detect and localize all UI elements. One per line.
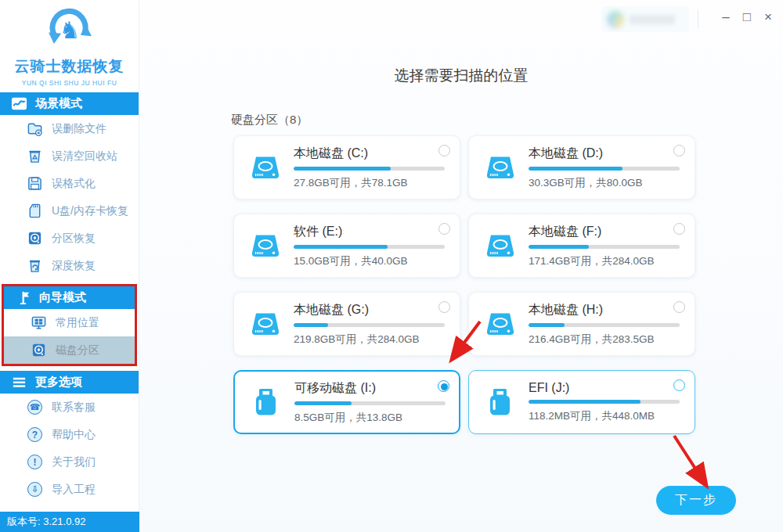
sidebar-section-highlighted: 向导模式常用位置磁盘分区 (2, 284, 137, 366)
file-delete-icon (27, 120, 43, 137)
disk-name: 本地磁盘 (H:) (529, 302, 680, 318)
sidebar-item[interactable]: 深度恢复 (0, 252, 139, 279)
sidebar-item[interactable]: ☎联系客服 (0, 394, 139, 421)
partition-icon (27, 230, 43, 246)
blurred-badge-icon (607, 11, 624, 28)
sidebar-section: 更多选项☎联系客服?帮助中心!关于我们⇩导入工程 (0, 371, 139, 503)
sidebar-section-header[interactable]: 更多选项 (0, 371, 139, 394)
sidebar-item-label: 分区恢复 (52, 232, 96, 246)
disk-card[interactable]: 可移动磁盘 (I:)8.5GB可用，共13.8GB (233, 370, 460, 434)
capacity-bar (294, 401, 446, 405)
sidebar-item-label: 误清空回收站 (52, 149, 117, 164)
disk-name: 本地磁盘 (F:) (529, 224, 680, 240)
disk-card[interactable]: 本地磁盘 (C:)27.8GB可用，共78.1GB (233, 135, 460, 200)
monitor-icon (31, 315, 47, 331)
disk-card[interactable]: 软件 (E:)15.0GB可用，共40.0GB (233, 214, 460, 278)
disk-card[interactable]: 本地磁盘 (D:)30.3GB可用，共80.0GB (468, 135, 695, 200)
version-bar: 版本号: 3.21.0.92 (0, 512, 139, 532)
disk-radio-button[interactable] (438, 301, 450, 313)
sidebar-item[interactable]: 常用位置 (4, 309, 135, 336)
maximize-button[interactable]: □ (743, 10, 751, 23)
capacity-bar (294, 167, 445, 171)
deep-recovery-icon (27, 257, 43, 274)
close-button[interactable]: × (764, 10, 772, 23)
section-header-label: 向导模式 (39, 290, 86, 305)
disk-capacity-text: 219.8GB可用，共284.0GB (294, 332, 445, 347)
next-step-button[interactable]: 下一步 (656, 486, 736, 515)
sidebar-item[interactable]: 误格式化 (0, 170, 139, 197)
usb-icon (249, 385, 283, 419)
flag-icon (15, 289, 31, 306)
capacity-bar (294, 323, 445, 327)
usb-icon (483, 385, 518, 419)
disk-capacity-text: 30.3GB可用，共80.0GB (529, 176, 680, 190)
disk-capacity-text: 8.5GB可用，共13.8GB (294, 411, 446, 425)
disk-name: EFI (J:) (529, 381, 680, 395)
disk-partition-icon (31, 342, 47, 358)
disk-capacity-text: 216.4GB可用，共283.5GB (529, 332, 680, 347)
sidebar-item-label: 误格式化 (52, 177, 96, 191)
sidebar-item[interactable]: 分区恢复 (0, 225, 139, 252)
sidebar-item[interactable]: 误删除文件 (0, 115, 139, 142)
disk-card-body: 可移动磁盘 (I:)8.5GB可用，共13.8GB (294, 380, 477, 425)
sidebar-item-label: 磁盘分区 (56, 343, 99, 358)
window-controls: – □ × (722, 10, 772, 23)
sidebar: ♞ 云骑士数据恢复 YUN QI SHI SHU JU HUI FU 场景模式误… (0, 0, 139, 532)
disk-card[interactable]: EFI (J:)118.2MB可用，共448.0MB (468, 370, 695, 434)
sidebar-item[interactable]: U盘/内存卡恢复 (0, 197, 139, 225)
recycle-empty-icon (27, 148, 43, 164)
format-icon (27, 175, 43, 192)
main-panel: – □ × 选择需要扫描的位置 硬盘分区（8） 本地磁盘 (C:)27.8GB可… (139, 0, 783, 532)
section-header-label: 场景模式 (35, 96, 82, 111)
titlebar-divider (698, 9, 698, 28)
disk-radio-button[interactable] (673, 301, 685, 313)
sidebar-item[interactable]: 磁盘分区 (4, 336, 135, 364)
phone-icon: ☎ (27, 399, 43, 415)
disk-card[interactable]: 本地磁盘 (G:)219.8GB可用，共284.0GB (233, 292, 460, 356)
disk-capacity-text: 15.0GB可用，共40.0GB (294, 254, 445, 268)
sidebar-item[interactable]: ⇩导入工程 (0, 476, 139, 503)
sidebar-item[interactable]: !关于我们 (0, 448, 139, 476)
sidebar-item[interactable]: ?帮助中心 (0, 421, 139, 448)
hdd-icon (483, 228, 518, 263)
usb-card-icon (27, 203, 43, 219)
disk-name: 软件 (E:) (294, 224, 445, 240)
disk-radio-button[interactable] (438, 380, 449, 392)
hdd-icon (248, 228, 283, 263)
sidebar-section-header[interactable]: 向导模式 (4, 286, 135, 309)
sidebar-item-label: 联系客服 (52, 401, 96, 415)
disk-capacity-text: 171.4GB可用，共284.0GB (529, 254, 680, 268)
sidebar-item-label: 关于我们 (52, 455, 96, 469)
disk-grid: 本地磁盘 (C:)27.8GB可用，共78.1GB本地磁盘 (D:)30.3GB… (233, 135, 783, 434)
logo-subtitle: YUN QI SHI SHU JU HUI FU (0, 79, 139, 87)
question-icon: ? (27, 426, 43, 443)
sidebar-sections: 场景模式误删除文件误清空回收站误格式化U盘/内存卡恢复分区恢复深度恢复向导模式常… (0, 92, 139, 503)
hdd-icon (248, 150, 283, 185)
blurred-badge-text (630, 15, 675, 24)
svg-text:♞: ♞ (59, 16, 80, 44)
capacity-bar (529, 400, 680, 404)
disk-card[interactable]: 本地磁盘 (H:)216.4GB可用，共283.5GB (468, 292, 695, 356)
disk-radio-button[interactable] (673, 223, 685, 235)
disk-capacity-text: 27.8GB可用，共78.1GB (294, 176, 445, 190)
disk-name: 本地磁盘 (D:) (529, 146, 680, 162)
disk-radio-button[interactable] (673, 145, 685, 156)
disk-name: 本地磁盘 (G:) (294, 302, 445, 318)
disk-radio-button[interactable] (673, 379, 685, 391)
sidebar-item-label: 深度恢复 (52, 259, 96, 273)
disk-card[interactable]: 本地磁盘 (F:)171.4GB可用，共284.0GB (468, 214, 695, 278)
hdd-icon (483, 307, 518, 341)
import-icon: ⇩ (27, 481, 43, 498)
disk-radio-button[interactable] (438, 145, 450, 156)
capacity-bar (529, 323, 680, 327)
disk-radio-button[interactable] (438, 223, 450, 235)
logo-title: 云骑士数据恢复 (0, 56, 139, 77)
minimize-button[interactable]: – (722, 10, 729, 23)
sidebar-section-header[interactable]: 场景模式 (0, 92, 139, 115)
capacity-bar (529, 167, 680, 171)
sidebar-item[interactable]: 误清空回收站 (0, 142, 139, 170)
sidebar-item-label: 导入工程 (52, 483, 96, 497)
partition-group-label: 硬盘分区（8） (231, 113, 783, 128)
sidebar-item-label: 常用位置 (56, 316, 99, 330)
disk-capacity-text: 118.2MB可用，共448.0MB (529, 409, 680, 423)
